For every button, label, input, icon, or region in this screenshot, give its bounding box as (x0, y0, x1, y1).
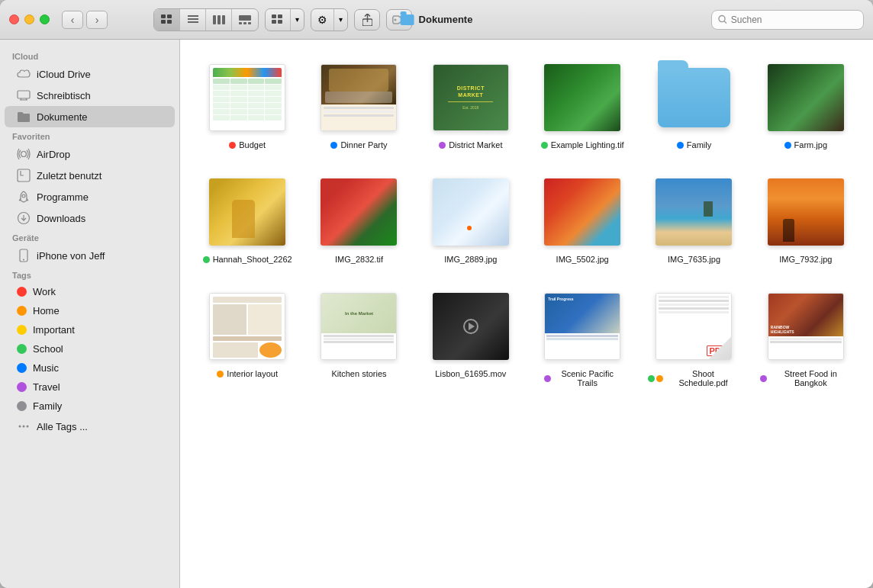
family-tag-dot (17, 401, 27, 411)
file-item-shoot-schedule[interactable]: PDF Shoot Schedule.pdf (642, 284, 746, 392)
sidebar-item-iphone[interactable]: iPhone von Jeff (5, 245, 175, 266)
budget-name: Budget (229, 140, 266, 149)
hat-photo-bg (321, 178, 397, 246)
red-orange-photo (544, 178, 620, 246)
file-item-interior[interactable]: Interior layout (195, 284, 299, 392)
search-bar[interactable] (711, 10, 864, 30)
file-item-img7932[interactable]: IMG_7932.jpg (754, 169, 858, 268)
img7932-thumb (760, 174, 852, 250)
apps-icon (17, 190, 31, 204)
file-item-img2889[interactable]: IMG_2889.jpg (419, 169, 523, 268)
share-button[interactable] (354, 9, 380, 31)
school-tag-label: School (33, 343, 63, 355)
maximize-button[interactable] (40, 14, 50, 24)
minimize-button[interactable] (24, 14, 34, 24)
phone-icon (17, 249, 31, 262)
home-tag-dot (17, 306, 27, 316)
gear-dropdown[interactable]: ⚙ ▾ (311, 8, 348, 31)
shoot-schedule-tags (648, 375, 663, 382)
file-item-district-market[interactable]: DISTRICTMARKET Est. 2018 District Market (419, 55, 523, 154)
beach-photo (656, 178, 732, 246)
finder-window: ‹ › Dokumente (0, 0, 873, 588)
sidebar-item-tag-family[interactable]: Family (5, 397, 175, 416)
view-column-button[interactable] (206, 9, 232, 31)
file-item-street-food[interactable]: RAINBOWHIGHLIGHTS Street Food in Bangkok (754, 284, 858, 392)
file-item-family-folder[interactable]: Family (642, 55, 746, 154)
file-item-img5502[interactable]: IMG_5502.jpg (530, 169, 634, 268)
budget-tag (229, 142, 236, 149)
sidebar: iCloud iCloud Drive Schreibtisch Dokumen… (0, 40, 180, 588)
img7635-thumb (648, 174, 739, 250)
svg-point-20 (719, 16, 725, 22)
dinner-doc (321, 64, 397, 131)
programme-label: Programme (37, 191, 89, 203)
sidebar-item-tag-home[interactable]: Home (5, 301, 175, 320)
district-doc: DISTRICTMARKET Est. 2018 (433, 64, 509, 131)
interior-doc-thumb (209, 293, 285, 360)
file-item-img7635[interactable]: IMG_7635.jpg (642, 169, 746, 268)
sidebar-item-dokumente[interactable]: Dokumente (5, 106, 175, 127)
gear-dropdown-arrow: ▾ (333, 9, 347, 31)
devices-section-header: Geräte (0, 229, 179, 245)
svg-point-32 (19, 426, 21, 428)
school-tag-dot (17, 344, 27, 354)
back-button[interactable]: ‹ (62, 11, 83, 29)
sidebar-item-tag-school[interactable]: School (5, 339, 175, 358)
sidebar-item-zuletzt[interactable]: Zuletzt benutzt (5, 165, 175, 186)
file-item-farm[interactable]: Farm.jpg (754, 55, 858, 154)
kite-photo-bg (433, 178, 509, 246)
all-tags-label: Alle Tags ... (37, 421, 88, 432)
dark-video-thumb (433, 293, 509, 360)
sidebar-item-downloads[interactable]: Downloads (5, 207, 175, 229)
file-item-lisbon[interactable]: Lisbon_61695.mov (419, 284, 523, 392)
file-item-example-lighting[interactable]: Example Lighting.tif (530, 55, 634, 154)
file-item-img2832[interactable]: IMG_2832.tif (307, 169, 411, 268)
svg-rect-11 (239, 22, 242, 24)
work-tag-label: Work (33, 286, 56, 297)
sidebar-item-all-tags[interactable]: Alle Tags ... (5, 416, 175, 437)
sidebar-item-schreibtisch[interactable]: Schreibtisch (5, 85, 175, 106)
shoot-tag-1 (648, 375, 655, 382)
sidebar-item-airdrop[interactable]: AirDrop (5, 143, 175, 165)
dinner-party-name: Dinner Party (330, 140, 387, 149)
img7635-name: IMG_7635.jpg (668, 255, 720, 264)
forward-button[interactable]: › (86, 11, 108, 29)
sidebar-item-tag-work[interactable]: Work (5, 282, 175, 301)
street-food-tag (760, 375, 767, 382)
icloud-drive-label: iCloud Drive (37, 69, 91, 80)
file-item-dinner-party[interactable]: Dinner Party (307, 55, 411, 154)
sidebar-item-icloud-drive[interactable]: iCloud Drive (5, 63, 175, 85)
svg-rect-15 (278, 14, 282, 18)
tree-photo-bg (768, 64, 844, 131)
icloud-section-header: iCloud (0, 47, 179, 63)
work-tag-dot (17, 287, 27, 297)
view-gallery-button[interactable] (232, 9, 258, 31)
window-title: Dokumente (401, 14, 473, 25)
file-item-kitchen[interactable]: In the Market Kitchen stories (307, 284, 411, 392)
hat-photo (321, 178, 397, 246)
airdrop-icon (17, 147, 31, 161)
file-item-scenic[interactable]: Trail Progress Scenic Pacific Trails (530, 284, 634, 392)
view-options-dropdown[interactable]: ▾ (265, 8, 304, 31)
view-grid-button[interactable] (154, 9, 180, 31)
gallery-view-icon (239, 15, 251, 24)
lisbon-name: Lisbon_61695.mov (435, 369, 506, 378)
svg-rect-4 (188, 15, 198, 17)
sidebar-item-tag-music[interactable]: Music (5, 358, 175, 378)
file-item-hannah[interactable]: Hannah_Shoot_2262 (195, 169, 299, 268)
svg-point-31 (23, 259, 24, 261)
sidebar-item-programme[interactable]: Programme (5, 186, 175, 207)
sidebar-item-tag-important[interactable]: Important (5, 320, 175, 339)
view-list-button[interactable] (180, 9, 206, 31)
zuletzt-label: Zuletzt benutzt (37, 170, 101, 182)
svg-point-28 (22, 194, 25, 198)
downloads-icon (17, 211, 31, 225)
file-item-budget[interactable]: Budget (195, 55, 299, 154)
search-input[interactable] (731, 14, 857, 25)
svg-rect-1 (167, 14, 172, 18)
close-button[interactable] (9, 14, 19, 24)
airdrop-glyph (17, 148, 31, 160)
nav-buttons: ‹ › (62, 11, 108, 29)
sidebar-item-tag-travel[interactable]: Travel (5, 378, 175, 397)
iphone-label: iPhone von Jeff (37, 250, 105, 262)
